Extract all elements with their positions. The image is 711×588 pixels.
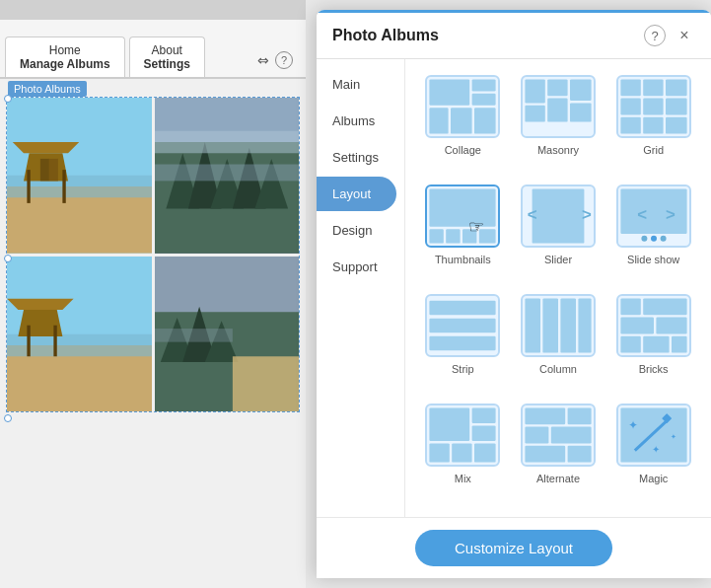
bricks-icon — [616, 294, 691, 357]
svg-rect-76 — [620, 318, 654, 334]
svg-rect-50 — [620, 117, 640, 134]
magic-label: Magic — [639, 473, 668, 484]
layout-item-slideshow[interactable]: < > Slide show — [611, 184, 695, 282]
layout-item-grid[interactable]: Grid — [611, 75, 695, 173]
layout-item-thumbnails[interactable]: ☞ Thumbnails — [421, 184, 505, 282]
svg-rect-78 — [620, 336, 640, 353]
svg-rect-77 — [656, 318, 686, 334]
layout-item-magic[interactable]: ✦ ✦ ✦ Magic — [611, 404, 695, 501]
svg-rect-24 — [53, 325, 56, 356]
svg-point-64 — [641, 236, 647, 242]
sidebar-item-support[interactable]: Support — [317, 250, 396, 284]
sidebar: Main Albums Settings Layout Design Suppo… — [317, 59, 405, 517]
svg-rect-43 — [570, 103, 592, 121]
thumbnails-icon: ☞ — [425, 184, 500, 248]
tab-settings-label: Settings — [144, 57, 190, 71]
masonry-label: Masonry — [537, 144, 579, 156]
svg-rect-70 — [525, 298, 540, 352]
svg-text:<: < — [637, 205, 647, 224]
photo-cell-2 — [155, 98, 300, 254]
layout-item-bricks[interactable]: Bricks — [611, 294, 695, 392]
svg-rect-34 — [472, 94, 496, 106]
svg-rect-36 — [451, 108, 472, 133]
layout-item-collage[interactable]: Collage — [421, 75, 505, 173]
photo-albums-label: Photo Albums — [8, 81, 87, 97]
tab-about-label: About — [152, 43, 182, 57]
svg-rect-83 — [472, 425, 496, 441]
masonry-icon — [521, 75, 596, 138]
column-icon — [521, 294, 596, 357]
svg-rect-42 — [547, 99, 567, 122]
svg-rect-79 — [643, 336, 669, 353]
svg-rect-52 — [666, 117, 687, 134]
svg-rect-69 — [430, 336, 496, 350]
layout-item-column[interactable]: Column — [517, 294, 601, 392]
svg-rect-91 — [525, 446, 565, 463]
bricks-label: Bricks — [639, 363, 669, 375]
sidebar-item-settings[interactable]: Settings — [317, 140, 396, 175]
strip-label: Strip — [452, 363, 474, 375]
slider-icon: < > — [521, 184, 596, 248]
svg-rect-45 — [643, 79, 663, 96]
svg-rect-87 — [525, 407, 565, 424]
svg-rect-5 — [40, 159, 49, 182]
layout-item-strip[interactable]: Strip — [421, 294, 505, 392]
sidebar-item-layout[interactable]: Layout — [317, 177, 396, 211]
svg-rect-23 — [27, 325, 30, 356]
svg-rect-7 — [27, 170, 30, 203]
sidebar-item-albums[interactable]: Albums — [317, 104, 396, 138]
collage-label: Collage — [445, 144, 481, 156]
layout-item-mix[interactable]: Mix — [421, 404, 505, 501]
tab-about-settings[interactable]: About Settings — [129, 37, 205, 77]
layout-item-masonry[interactable]: Masonry — [517, 75, 601, 173]
tab-manage-label: Manage Albums — [20, 57, 110, 71]
tab-home-manage[interactable]: Home Manage Albums — [5, 37, 125, 77]
handle-bl[interactable] — [4, 414, 12, 422]
resize-icon[interactable]: ⇔ — [257, 52, 269, 68]
svg-rect-84 — [430, 443, 450, 462]
handle-tl[interactable] — [4, 95, 12, 103]
svg-rect-48 — [643, 99, 663, 115]
customize-layout-button[interactable]: Customize Layout — [415, 530, 612, 566]
grid-label: Grid — [643, 144, 664, 156]
panel-help-button[interactable]: ? — [644, 25, 666, 46]
svg-rect-16 — [155, 165, 300, 182]
svg-rect-88 — [568, 407, 592, 424]
svg-rect-53 — [430, 188, 496, 226]
svg-rect-40 — [570, 79, 592, 101]
handle-ml[interactable] — [4, 255, 12, 262]
slideshow-icon: < > — [616, 184, 691, 248]
alternate-label: Alternate — [536, 473, 580, 484]
svg-text:<: < — [528, 205, 537, 224]
help-icon[interactable]: ? — [275, 51, 293, 69]
panel-footer: Customize Layout — [317, 517, 711, 578]
tab-home-label: Home — [49, 43, 81, 57]
svg-rect-31 — [232, 356, 299, 411]
layout-item-alternate[interactable]: Alternate — [517, 404, 601, 501]
svg-text:>: > — [582, 205, 592, 224]
layout-item-slider[interactable]: < > Slider — [517, 184, 601, 282]
svg-rect-71 — [542, 298, 558, 352]
svg-rect-17 — [155, 131, 300, 154]
svg-rect-68 — [430, 319, 496, 332]
svg-rect-74 — [620, 298, 640, 315]
strip-icon — [425, 294, 500, 357]
slider-label: Slider — [544, 254, 572, 265]
svg-rect-89 — [525, 427, 548, 444]
svg-rect-30 — [155, 329, 233, 342]
sidebar-item-main[interactable]: Main — [317, 67, 396, 102]
svg-rect-92 — [568, 446, 592, 463]
tab-icons: ⇔ ? — [249, 51, 301, 77]
svg-rect-85 — [453, 443, 472, 462]
svg-rect-73 — [578, 298, 591, 352]
svg-rect-58 — [533, 188, 585, 243]
panel-close-button[interactable]: × — [674, 25, 695, 46]
thumbnails-label: Thumbnails — [435, 254, 491, 265]
svg-rect-41 — [525, 106, 544, 122]
sidebar-item-design[interactable]: Design — [317, 213, 396, 248]
svg-rect-72 — [560, 298, 576, 352]
svg-text:✦: ✦ — [627, 418, 637, 432]
mix-icon — [425, 404, 500, 467]
svg-rect-39 — [547, 79, 567, 96]
svg-rect-37 — [474, 108, 496, 133]
